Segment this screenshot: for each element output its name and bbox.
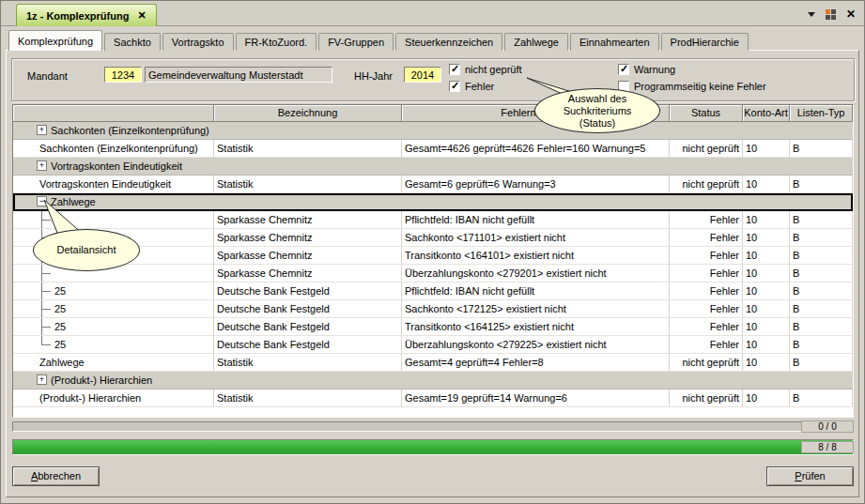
tab-close-icon[interactable]: ✕ (137, 10, 146, 21)
table-row[interactable]: Sparkasse ChemnitzSachkonto <171101> exi… (13, 229, 853, 247)
cell-fehlermeldung: Überzahlungskonto <279201> existiert nic… (402, 265, 670, 283)
checkbox-box[interactable] (449, 81, 460, 92)
group-label: (Produkt-) Hierarchien (51, 372, 152, 389)
expander-icon[interactable]: + (37, 374, 47, 385)
cell-konto-art: 10 (743, 283, 790, 300)
cell-status: Fehler (670, 211, 743, 229)
cell-konto-art: 10 (743, 211, 790, 229)
mandant-input[interactable]: 1234 (104, 67, 142, 83)
cell-fehlermeldung: Sachkonto <172125> existiert nicht (402, 300, 670, 318)
hh-jahr-input[interactable]: 2014 (404, 67, 441, 83)
result-table: Bezeichnung Fehlermeldung Status Konto-A… (12, 104, 854, 418)
close-icon[interactable]: ✕ (846, 8, 856, 20)
checkbox-programmseitig[interactable]: Programmseitig keine Fehler (618, 80, 766, 92)
tree-tick (42, 344, 51, 345)
cell-status: Fehler (670, 336, 743, 354)
table-row[interactable]: 25Deutsche Bank FestgeldÜberzahlungskont… (13, 336, 853, 354)
cell-listen-typ: B (790, 265, 853, 283)
tab-fr-ktozuord[interactable]: FR-KtoZuord. (236, 33, 317, 51)
chevron-down-icon[interactable] (808, 12, 815, 17)
cell-status: Fehler (670, 283, 743, 300)
cell-listen-typ: B (790, 229, 853, 247)
checkbox-label: nicht geprüft (465, 64, 522, 75)
mandant-label: Mandant (27, 70, 68, 83)
group-label: Vortragskonten Eindeutigkeit (51, 158, 182, 175)
tab-prodhierarchie[interactable]: ProdHierarchie (661, 33, 749, 51)
tree-cell: Zahlwege (13, 354, 214, 372)
cancel-button[interactable]: Abbrechen (12, 466, 100, 486)
cell-listen-typ: B (790, 140, 853, 158)
checkbox-label: Programmseitig keine Fehler (634, 81, 766, 92)
tab-fv-gruppen[interactable]: FV-Gruppen (318, 33, 394, 51)
mandant-name-field: Gemeindeverwaltung Musterstadt (145, 67, 332, 83)
cell-bezeichnung: Sparkasse Chemnitz (214, 265, 402, 283)
progress-fill (13, 440, 853, 454)
cell-listen-typ: B (790, 283, 853, 300)
tree-cell: 25 (13, 336, 214, 354)
group-row[interactable]: −Zahlwege (13, 193, 853, 211)
tree-tick (42, 273, 51, 274)
checkbox-fehler[interactable]: Fehler (449, 80, 494, 92)
cell-fehlermeldung: Pflichtfeld: IBAN nicht gefüllt (402, 283, 670, 300)
cancel-button-label: Abbrechen (13, 467, 99, 485)
table-row[interactable]: Vortragskonten EindeutigkeitStatistikGes… (13, 176, 853, 193)
tab-sachkto[interactable]: Sachkto (104, 33, 161, 51)
tab-vortragskto[interactable]: Vortragskto (162, 33, 234, 51)
pruefen-button[interactable]: Prüfen (766, 466, 854, 486)
table-row[interactable]: (Produkt-) HierarchienStatistikGesamt=19… (13, 389, 853, 407)
cell-bezeichnung: Deutsche Bank Festgeld (214, 300, 402, 318)
tree-cell: 25 (13, 283, 214, 300)
cell-listen-typ: B (790, 336, 853, 354)
cell-status: nicht geprüft (670, 176, 743, 193)
cell-bezeichnung: Statistik (214, 354, 402, 372)
table-row[interactable]: Sachkonten (Einzelkontenprüfung)Statisti… (13, 140, 853, 158)
tab-steuerkennzeichen[interactable]: Steuerkennzeichen (395, 33, 502, 51)
tree-cell: Vortragskonten Eindeutigkeit (13, 176, 214, 193)
callout-detail-hint: Detailansicht (33, 229, 140, 271)
header-tree[interactable] (13, 105, 214, 122)
tree-cell: Sachkonten (Einzelkontenprüfung) (13, 140, 214, 158)
table-row[interactable]: Sparkasse ChemnitzÜberzahlungskonto <279… (13, 265, 853, 283)
cell-konto-art: 10 (743, 336, 790, 354)
table-row[interactable]: Sparkasse ChemnitzPflichtfeld: IBAN nich… (13, 211, 853, 229)
cell-bezeichnung: Deutsche Bank Festgeld (214, 283, 402, 300)
tab-einnahmearten[interactable]: Einnahmearten (570, 33, 659, 51)
header-status[interactable]: Status (670, 105, 743, 122)
group-row[interactable]: +(Produkt-) Hierarchien (13, 372, 853, 389)
progress-count-current: 0 / 0 (801, 420, 854, 433)
table-row[interactable]: 25Deutsche Bank FestgeldPflichtfeld: IBA… (13, 283, 853, 300)
checkbox-box[interactable] (618, 64, 629, 75)
tab-strip: KomplexprüfungSachktoVortragsktoFR-KtoZu… (8, 30, 750, 51)
header-konto-art[interactable]: Konto-Art (743, 105, 790, 122)
cell-konto-art: 10 (743, 140, 790, 158)
checkbox-nicht-geprueft[interactable]: nicht geprüft (449, 63, 522, 75)
progress-bar-total (12, 439, 854, 455)
cell-konto-art: 10 (743, 318, 790, 336)
tab-komplexpr-fung[interactable]: Komplexprüfung (8, 30, 102, 51)
layout-grid-icon[interactable] (826, 9, 836, 20)
checkbox-warnung[interactable]: Warnung (618, 63, 675, 75)
table-row[interactable]: ZahlwegeStatistikGesamt=4 geprüft=4 Fehl… (13, 354, 853, 372)
checkbox-box[interactable] (449, 64, 460, 75)
table-row[interactable]: 25Deutsche Bank FestgeldSachkonto <17212… (13, 300, 853, 318)
cell-status: Fehler (670, 247, 743, 265)
expander-icon[interactable]: − (37, 196, 47, 206)
callout-status-hint: Auswahl des Suchkriteriums (Status) (534, 88, 660, 133)
cell-status: nicht geprüft (670, 389, 743, 407)
tab-zahlwege[interactable]: Zahlwege (504, 33, 568, 51)
checkbox-label: Warnung (634, 64, 675, 75)
cell-fehlermeldung: Transitkonto <164125> existiert nicht (402, 318, 670, 336)
cell-fehlermeldung: Gesamt=4626 geprüft=4626 Fehler=160 Warn… (402, 140, 670, 158)
tree-tick (42, 327, 51, 328)
expander-icon[interactable]: + (37, 160, 47, 171)
group-row[interactable]: +Sachkonten (Einzelkontenprüfung) (13, 122, 853, 140)
cell-bezeichnung: Deutsche Bank Festgeld (214, 336, 402, 354)
document-tab[interactable]: 1z - Komplexprüfung ✕ (16, 4, 157, 26)
header-listen-typ[interactable]: Listen-Typ (790, 105, 853, 122)
cell-konto-art: 10 (743, 229, 790, 247)
group-row[interactable]: +Vortragskonten Eindeutigkeit (13, 158, 853, 176)
cell-bezeichnung: Statistik (214, 389, 402, 407)
expander-icon[interactable]: + (37, 125, 47, 135)
table-row[interactable]: 25Deutsche Bank FestgeldTransitkonto <16… (13, 318, 853, 336)
header-bezeichnung[interactable]: Bezeichnung (214, 105, 402, 122)
